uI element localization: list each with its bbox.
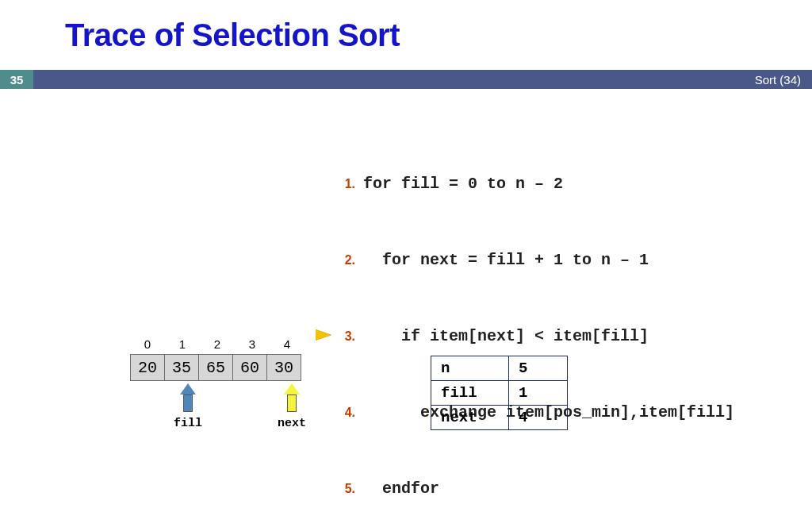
line-number: 1. bbox=[336, 171, 355, 197]
code-line: 1. for fill = 0 to n – 2 bbox=[306, 171, 734, 197]
array-index: 0 bbox=[130, 337, 165, 351]
array-visual: 0 1 2 3 4 20 35 65 60 30 fill next bbox=[130, 337, 304, 381]
var-value: 1 bbox=[509, 381, 568, 406]
arrow-label: fill bbox=[174, 417, 202, 430]
fill-pointer-arrow: fill bbox=[174, 383, 202, 430]
var-name: next bbox=[431, 406, 509, 430]
next-pointer-arrow: next bbox=[278, 383, 306, 430]
array-cell: 35 bbox=[164, 354, 199, 381]
line-number: 4. bbox=[336, 400, 355, 425]
array-cell: 65 bbox=[198, 354, 233, 381]
table-row: next 4 bbox=[431, 406, 568, 430]
index-row: 0 1 2 3 4 bbox=[130, 337, 304, 351]
array-cell: 30 bbox=[266, 354, 301, 381]
arrow-label: next bbox=[278, 417, 306, 430]
code-text: for fill = 0 to n – 2 bbox=[363, 171, 563, 197]
arrow-shaft bbox=[183, 394, 193, 412]
header-bar: 35 Sort (34) bbox=[0, 70, 812, 89]
cell-row: 20 35 65 60 30 bbox=[130, 354, 304, 381]
variables-table: n 5 fill 1 next 4 bbox=[431, 356, 568, 430]
code-text: for next = fill + 1 to n – 1 bbox=[363, 248, 649, 273]
array-index: 3 bbox=[235, 337, 270, 351]
code-text: if item[next] < item[fill] bbox=[363, 324, 649, 349]
slide-title: Trace of Selection Sort bbox=[65, 17, 400, 53]
array-index: 1 bbox=[165, 337, 200, 351]
line-number: 3. bbox=[336, 324, 355, 349]
page-number: 35 bbox=[0, 70, 33, 89]
var-name: fill bbox=[431, 381, 509, 406]
header-right-label: Sort (34) bbox=[755, 73, 801, 87]
table-row: n 5 bbox=[431, 356, 568, 381]
code-line: 3. if item[next] < item[fill] bbox=[306, 324, 734, 349]
array-cell: 60 bbox=[232, 354, 267, 381]
var-value: 5 bbox=[509, 356, 568, 381]
arrow-shaft bbox=[287, 394, 297, 412]
pseudocode-block: 1. for fill = 0 to n – 2 2. for next = f… bbox=[306, 121, 734, 508]
arrow-head-icon bbox=[180, 383, 196, 394]
array-index: 4 bbox=[270, 337, 304, 351]
pointer-cell bbox=[306, 329, 336, 341]
code-line: 5. endfor bbox=[306, 476, 734, 502]
array-cell: 20 bbox=[130, 354, 165, 381]
var-value: 4 bbox=[509, 406, 568, 430]
line-number: 2. bbox=[336, 248, 355, 273]
current-line-pointer-icon bbox=[316, 329, 331, 341]
slide: Trace of Selection Sort 35 Sort (34) 1. … bbox=[0, 0, 812, 508]
var-name: n bbox=[431, 356, 509, 381]
table-row: fill 1 bbox=[431, 381, 568, 406]
arrow-head-icon bbox=[284, 383, 300, 394]
array-index: 2 bbox=[200, 337, 235, 351]
code-line: 2. for next = fill + 1 to n – 1 bbox=[306, 248, 734, 273]
code-text: endfor bbox=[363, 476, 439, 502]
line-number: 5. bbox=[336, 476, 355, 502]
